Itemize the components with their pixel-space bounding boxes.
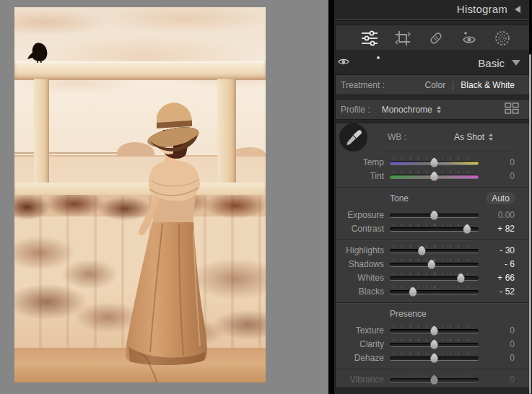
- panel-divider: [328, 0, 334, 394]
- slider-row-shadows: Shadows- 6: [336, 257, 529, 271]
- group-divider: [336, 369, 529, 369]
- treatment-color-option[interactable]: Color: [424, 80, 445, 90]
- slider-row-blacks: Blacks- 52: [336, 284, 529, 298]
- wb-underline: [383, 151, 513, 152]
- exposure-slider[interactable]: [390, 209, 479, 221]
- section-title-tone: Tone: [390, 193, 409, 203]
- updown-arrows-icon: [489, 133, 493, 141]
- slider-row-saturation: Saturation0: [336, 386, 529, 388]
- exposure-slider-thumb[interactable]: [430, 211, 439, 220]
- wb-value: As Shot: [454, 132, 484, 142]
- whites-slider[interactable]: [390, 272, 479, 284]
- tool-strip: [335, 25, 530, 51]
- dehaze-slider[interactable]: [390, 352, 479, 364]
- treatment-separator: |: [452, 80, 454, 90]
- slider-rail: [390, 276, 479, 280]
- profile-value: Monochrome: [382, 105, 432, 115]
- blacks-slider[interactable]: [390, 286, 479, 297]
- bird-silhouette: [27, 43, 47, 61]
- shadows-slider[interactable]: [390, 258, 479, 270]
- exposure-value: 0.00: [479, 210, 529, 220]
- wb-row: WB : As Shot: [336, 125, 529, 151]
- vibrance-label: Vibrance: [340, 375, 384, 385]
- saturation-label: Saturation: [340, 388, 384, 389]
- slider-row-whites: Whites+ 66: [336, 271, 529, 284]
- contrast-value: + 82: [479, 224, 529, 234]
- slider-row-vibrance: Vibrance0: [336, 372, 529, 386]
- histogram-title: Histogram: [457, 3, 507, 15]
- clarity-label: Clarity: [340, 339, 384, 349]
- white-balance-eyedropper[interactable]: [339, 123, 367, 152]
- slider-row-temp: Temp0: [336, 155, 529, 169]
- histogram-panel-header[interactable]: Histogram: [334, 0, 532, 18]
- wb-select[interactable]: As Shot: [454, 132, 493, 142]
- texture-label: Texture: [340, 325, 384, 336]
- slider-row-contrast: Contrast+ 82: [336, 222, 529, 235]
- tint-value: 0: [479, 171, 529, 181]
- slider-row-texture: Texture0: [336, 323, 529, 337]
- temp-slider[interactable]: [390, 157, 479, 168]
- highlights-slider[interactable]: [390, 245, 479, 256]
- auto-button[interactable]: Auto: [485, 191, 516, 205]
- collapse-down-icon[interactable]: [512, 60, 520, 66]
- section-title-presence: Presence: [390, 309, 427, 319]
- develop-right-panel: Histogram: [334, 0, 532, 394]
- temp-label: Temp: [340, 157, 384, 167]
- texture-value: 0: [479, 325, 529, 336]
- saturation-slider[interactable]: [390, 388, 479, 389]
- group-divider: [336, 302, 529, 303]
- exposure-label: Exposure: [340, 210, 384, 220]
- slider-groups: Temp0Tint0ToneAutoExposure0.00Contrast+ …: [336, 154, 529, 388]
- histogram-collapsed-strip: [335, 19, 531, 21]
- adjustment-sliders-tool[interactable]: [360, 29, 379, 48]
- vibrance-slider[interactable]: [390, 374, 479, 385]
- slider-rail: [390, 249, 479, 253]
- profile-label: Profile :: [341, 105, 370, 115]
- panel-scrollbar[interactable]: [529, 54, 531, 394]
- basic-adjustments-box: WB : As Shot Temp0Tint0ToneAutoExposure0…: [335, 123, 530, 388]
- dehaze-value: 0: [479, 353, 529, 363]
- slider-group-presence: Texture0Clarity0Dehaze0: [336, 323, 529, 367]
- updown-arrows-icon: [437, 106, 441, 113]
- profile-browser-grid-icon[interactable]: [505, 102, 519, 116]
- photo-figures: [14, 7, 266, 382]
- clarity-slider[interactable]: [390, 338, 479, 350]
- treatment-row: Treatment : Color | Black & White: [335, 74, 530, 95]
- basic-panel-header[interactable]: Basic: [334, 51, 532, 74]
- panel-toggle-eye-icon[interactable]: [338, 56, 349, 69]
- wb-label: WB :: [388, 132, 406, 142]
- slider-ticks: [393, 259, 475, 261]
- healing-brush-tool[interactable]: [427, 29, 445, 48]
- slider-ticks: [393, 224, 475, 226]
- dehaze-label: Dehaze: [340, 353, 384, 363]
- masking-tool[interactable]: [493, 29, 512, 48]
- tint-slider[interactable]: [390, 170, 479, 182]
- slider-ticks: [393, 245, 475, 248]
- treatment-bw-option[interactable]: Black & White: [461, 80, 515, 90]
- contrast-slider[interactable]: [390, 223, 479, 235]
- profile-select[interactable]: Monochrome: [382, 105, 441, 115]
- photo-canvas[interactable]: [14, 7, 266, 382]
- clarity-value: 0: [479, 339, 529, 349]
- highlights-label: Highlights: [340, 245, 384, 255]
- blacks-value: - 52: [479, 286, 529, 297]
- slider-group-tone-range: Highlights- 30Shadows- 6Whites+ 66Blacks…: [336, 242, 529, 300]
- red-eye-tool[interactable]: [460, 29, 479, 48]
- slider-ticks: [393, 286, 475, 289]
- basic-title: Basic: [478, 57, 505, 69]
- crop-overlay-tool[interactable]: [393, 29, 412, 48]
- profile-row: Profile : Monochrome: [335, 99, 530, 120]
- collapse-left-icon[interactable]: [515, 6, 520, 13]
- vibrance-value: 0: [479, 375, 529, 385]
- lightroom-develop-window: Histogram: [0, 0, 532, 394]
- section-header-tone: ToneAuto: [336, 190, 529, 207]
- treatment-label: Treatment :: [341, 80, 385, 90]
- slider-rail: [390, 290, 479, 294]
- texture-slider[interactable]: [390, 325, 479, 336]
- contrast-label: Contrast: [340, 224, 384, 234]
- temp-value: 0: [479, 157, 529, 167]
- whites-label: Whites: [340, 273, 384, 283]
- dress-skirt: [126, 219, 207, 365]
- slider-ticks: [393, 273, 475, 275]
- tint-label: Tint: [340, 171, 384, 181]
